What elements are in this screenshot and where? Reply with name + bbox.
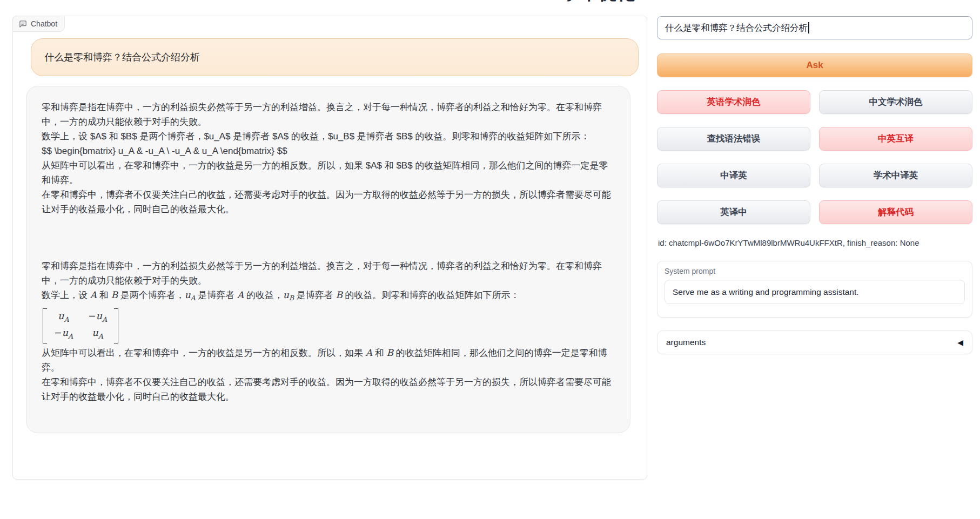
button-chinese-academic-polish[interactable]: 中文学术润色 (819, 90, 972, 114)
text-caret (808, 22, 809, 33)
chatbot-label-text: Chatbot (31, 19, 57, 28)
button-english-academic-polish[interactable]: 英语学术润色 (657, 90, 810, 114)
bot-paragraph-raw-latex: $$ \begin{bmatrix} u_A & -u_A \ -u_A & u… (42, 144, 615, 158)
question-input-value: 什么是零和博弈？结合公式介绍分析 (665, 22, 808, 34)
system-prompt-card: System prompt Serve me as a writing and … (657, 261, 972, 318)
accordion-label: arguments (666, 338, 706, 347)
ask-button[interactable]: Ask (657, 53, 972, 77)
app-root: ChatGPT 学术优化 Chatbot 什么是零和博弈？结合公式介绍分析 零和… (0, 0, 980, 519)
page-title: ChatGPT 学术优化 (475, 0, 637, 3)
system-prompt-input[interactable]: Serve me as a writing and programming as… (664, 280, 965, 304)
bot-message-bubble: 零和博弈是指在博弈中，一方的利益损失必然等于另一方的利益增益。换言之，对于每一种… (26, 86, 630, 433)
matrix-cells: uA−uA−uAuA (47, 308, 114, 343)
system-prompt-value: Serve me as a writing and programming as… (673, 287, 859, 297)
system-prompt-label: System prompt (664, 267, 965, 275)
button-find-grammar-errors[interactable]: 查找语法错误 (657, 127, 810, 151)
bot-paragraph-raw-3: 从矩阵中可以看出，在零和博弈中，一方的收益是另一方的相反数。所以，如果 $A$ … (42, 158, 615, 187)
bot-paragraph-rendered-1: 零和博弈是指在博弈中，一方的利益损失必然等于另一方的利益增益。换言之，对于每一种… (42, 259, 615, 288)
user-message-bubble: 什么是零和博弈？结合公式介绍分析 (31, 38, 639, 76)
bot-paragraph-rendered-2: 从矩阵中可以看出，在零和博弈中，一方的收益是另一方的相反数。所以，如果 A 和 … (42, 346, 615, 375)
payoff-matrix: uA−uA−uAuA (43, 308, 615, 343)
chatbot-panel[interactable]: Chatbot 什么是零和博弈？结合公式介绍分析 零和博弈是指在博弈中，一方的利… (12, 16, 647, 480)
question-input[interactable]: 什么是零和博弈？结合公式介绍分析 (657, 16, 972, 39)
chat-bubble-icon (19, 20, 27, 28)
button-en-to-zh[interactable]: 英译中 (657, 200, 810, 224)
arguments-accordion[interactable]: arguments ◀ (657, 331, 972, 354)
bot-paragraph-rendered-3: 在零和博弈中，博弈者不仅要关注自己的收益，还需要考虑对手的收益。因为一方取得的收… (42, 375, 615, 404)
chatbot-label: Chatbot (12, 16, 65, 32)
button-explain-code[interactable]: 解释代码 (819, 200, 972, 224)
user-message-text: 什么是零和博弈？结合公式介绍分析 (44, 51, 200, 64)
bot-paragraph-raw-4: 在零和博弈中，博弈者不仅要关注自己的收益，还需要考虑对手的收益。因为一方取得的收… (42, 187, 615, 217)
button-zh-en-mutual-translate[interactable]: 中英互译 (819, 127, 972, 151)
bot-paragraph-rendered-math: 数学上，设 A 和 B 是两个博弈者，uA 是博弈者 A 的收益，uB 是博弈者… (42, 288, 615, 306)
matrix-bracket-right (114, 308, 118, 343)
accordion-collapse-icon[interactable]: ◀ (957, 338, 963, 347)
matrix-bracket-left (43, 308, 47, 343)
button-zh-to-en[interactable]: 中译英 (657, 164, 810, 187)
completion-status-text: id: chatcmpl-6wOo7KrYTwMl89lbrMWRu4UkFFX… (658, 238, 974, 247)
bot-message-gap (42, 217, 615, 259)
bot-paragraph-raw-1: 零和博弈是指在博弈中，一方的利益损失必然等于另一方的利益增益。换言之，对于每一种… (42, 100, 615, 129)
action-button-grid: 英语学术润色 中文学术润色 查找语法错误 中英互译 中译英 学术中译英 英译中 … (657, 90, 972, 224)
button-academic-zh-to-en[interactable]: 学术中译英 (819, 164, 972, 187)
bot-paragraph-raw-2: 数学上，设 $A$ 和 $B$ 是两个博弈者，$u_A$ 是博弈者 $A$ 的收… (42, 129, 615, 144)
